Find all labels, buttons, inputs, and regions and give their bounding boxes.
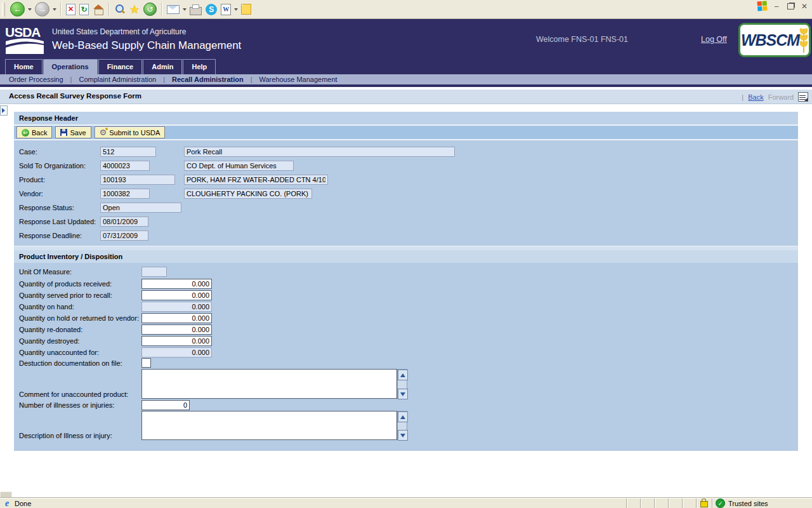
sold-to-id-field [100,161,150,171]
tab-admin[interactable]: Admin [143,59,182,74]
search-icon [114,4,126,15]
toolbar-separator [161,3,162,17]
case-desc-field [184,147,455,157]
illness-desc-label: Description of Illness or injury: [19,432,112,439]
save-button[interactable]: Save [55,126,91,138]
subnav-recall-administration[interactable]: Recall Administration [171,76,245,83]
mail-button[interactable] [165,1,181,18]
back-button[interactable]: ↩ Back [16,126,52,138]
edit-word-button[interactable]: W [219,1,233,18]
page-menu-icon[interactable] [798,92,808,102]
sold-to-label: Sold To Organization: [19,162,86,170]
word-dropdown-icon[interactable] [234,8,238,11]
comment-scrollbar [397,369,407,399]
page-back-link[interactable]: Back [748,93,763,101]
browser-back-button[interactable]: ← [8,1,27,18]
forward-dropdown-icon[interactable] [53,8,56,11]
main-tabs: Home Operations Finance Admin Help [0,59,812,74]
mail-dropdown-icon[interactable] [183,8,187,11]
toolbar-separator [60,3,62,17]
vendor-desc-field [184,189,312,199]
search-button[interactable] [112,1,128,18]
home-button[interactable] [91,1,106,18]
comment-scroll-down-button[interactable] [398,389,408,399]
notes-button[interactable] [239,1,253,18]
destruction-doc-checkbox[interactable] [141,358,151,368]
qty-received-field[interactable] [141,279,212,289]
response-status-label: Response Status: [19,204,74,211]
stop-button[interactable]: ✕ [64,1,77,18]
qty-redonated-field[interactable] [141,324,212,335]
tab-help[interactable]: Help [183,59,216,74]
screen: ← → ✕ ↻ ★ ↺ S W – ✕ [0,0,812,508]
destruction-doc-label: Destuction documentation on file: [19,359,122,367]
svg-text:USDA: USDA [5,25,41,39]
submit-to-usda-button[interactable]: ⚙ Submit to USDA [95,126,166,138]
browser-forward-button[interactable]: → [33,1,51,18]
gear-icon: ⚙ [100,128,107,137]
comment-scroll-up-button[interactable] [398,370,408,380]
skype-button[interactable]: S [204,1,219,18]
print-icon [190,7,202,15]
subnav-complaint-administration[interactable]: Complaint Administration [77,76,157,83]
panel-collapse-handle[interactable] [0,105,8,116]
status-pane [668,498,682,508]
print-button[interactable] [188,1,204,18]
history-icon: ↺ [143,3,157,16]
form-toolbar: ↩ Back Save ⚙ Submit to USDA [14,126,798,139]
chevron-right-icon [2,108,5,113]
subnav-separator: | [251,76,252,83]
page-title-bar: Access Recall Survey Response Form | Bac… [0,90,812,104]
browser-toolbar: ← → ✕ ↻ ★ ↺ S W – ✕ [0,0,812,19]
illness-scroll-up-button[interactable] [398,411,408,422]
sold-to-desc-field [184,161,294,171]
unit-of-measure-field [141,267,167,277]
subnav-separator: | [70,76,72,83]
history-button[interactable]: ↺ [141,1,159,18]
illness-scroll-down-button[interactable] [398,430,408,441]
page-forward-link: Forward [768,93,794,101]
illness-count-field[interactable] [141,400,190,410]
vendor-label: Vendor: [19,190,43,197]
qty-on-hand-field [141,302,212,312]
illness-desc-textarea[interactable] [141,411,397,440]
welcome-text: Welcome FNS-01 FNS-01 [536,35,628,44]
arrow-up-icon [400,373,405,377]
status-pane [626,498,640,508]
last-updated-field [100,217,148,227]
last-updated-label: Response Last Updated: [19,218,96,225]
comment-label: Comment for unaccounted product: [19,391,128,398]
form-panel: Response Header ↩ Back Save ⚙ Submit to … [14,112,798,451]
qty-unaccounted-label: Quantity unaccounted for: [19,349,99,356]
sub-nav: Order Processing | Complaint Administrat… [0,74,812,87]
subnav-separator: | [163,76,165,83]
qty-on-hold-field[interactable] [141,313,212,323]
comment-textarea[interactable] [141,369,397,399]
qty-served-field[interactable] [141,290,212,300]
minimize-button[interactable]: – [771,2,782,11]
mail-icon [167,5,180,14]
status-pane [654,498,668,508]
favorites-button[interactable]: ★ [128,1,141,18]
refresh-button[interactable]: ↻ [77,1,91,18]
wheat-icon [799,26,808,54]
subnav-order-processing[interactable]: Order Processing [8,76,65,83]
save-button-label: Save [70,129,86,137]
home-icon [93,4,104,15]
subnav-warehouse-management[interactable]: Warehouse Management [258,76,339,83]
tab-home[interactable]: Home [5,59,43,74]
submit-button-label: Submit to USDA [109,129,160,137]
restore-button[interactable] [785,2,796,11]
qty-on-hold-label: Quantity on hold or returned to vendor: [19,314,139,322]
log-off-link[interactable]: Log Off [701,35,727,44]
word-icon: W [221,4,231,15]
arrow-up-icon [400,415,405,419]
close-button[interactable]: ✕ [799,2,809,11]
titlebar-separator: | [742,93,743,101]
tab-finance[interactable]: Finance [98,59,143,74]
back-dropdown-icon[interactable] [28,8,32,11]
tab-operations[interactable]: Operations [43,59,98,74]
arrow-down-icon [400,392,405,396]
toolbar-grip[interactable] [2,3,5,17]
qty-destroyed-field[interactable] [141,336,212,346]
